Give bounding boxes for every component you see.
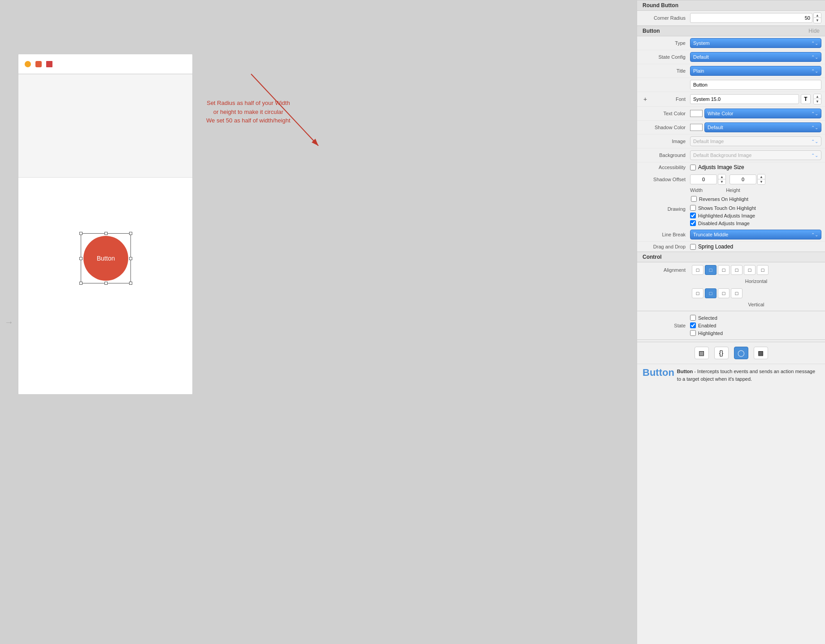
alignment-h-buttons: □ □ □ □ □ □ bbox=[692, 265, 769, 275]
drawing-row: Drawing Shows Touch On Highlight Highlig… bbox=[637, 203, 825, 228]
drag-drop-label: Drag and Drop bbox=[641, 244, 690, 249]
align-top-btn[interactable]: □ bbox=[692, 288, 703, 298]
tab-file[interactable]: ▧ bbox=[695, 347, 709, 359]
button-text-input[interactable] bbox=[690, 80, 821, 90]
accessibility-value: Adjusts Image Size bbox=[690, 164, 744, 170]
stepper-up[interactable]: ▲ bbox=[814, 13, 821, 18]
font-stepper-up[interactable]: ▲ bbox=[814, 94, 821, 99]
handle-bc[interactable] bbox=[104, 282, 108, 285]
handle-br[interactable] bbox=[129, 282, 132, 285]
image-dropdown[interactable]: Default Image ⌃⌄ bbox=[690, 136, 821, 146]
shows-touch-label: Shows Touch On Highlight bbox=[698, 205, 756, 211]
title-value[interactable]: Plain ⌃⌄ bbox=[690, 66, 821, 76]
height-label: Height bbox=[726, 187, 740, 193]
stepper-up[interactable]: ▲ bbox=[718, 174, 725, 179]
type-label: Type bbox=[641, 40, 690, 46]
stepper-down[interactable]: ▼ bbox=[718, 179, 725, 184]
corner-radius-stepper[interactable]: ▲ ▼ bbox=[813, 13, 821, 23]
align-leading-btn[interactable]: □ bbox=[744, 265, 756, 275]
type-dropdown[interactable]: System ⌃⌄ bbox=[690, 38, 821, 48]
state-config-dropdown[interactable]: Default ⌃⌄ bbox=[690, 52, 821, 62]
highlighted-label: Highlighted bbox=[698, 331, 723, 336]
corner-radius-input[interactable]: 50 bbox=[690, 13, 812, 23]
shadow-color-dropdown[interactable]: Default ⌃⌄ bbox=[704, 122, 821, 132]
enabled-label: Enabled bbox=[698, 323, 716, 328]
shadow-w-stepper[interactable]: ▲ ▼ bbox=[718, 174, 726, 185]
highlighted-adjusts-checkbox[interactable] bbox=[690, 213, 696, 218]
hide-link[interactable]: Hide bbox=[808, 28, 820, 34]
handle-tl[interactable] bbox=[79, 232, 82, 235]
font-value-container: T ▲ ▼ bbox=[690, 94, 821, 104]
type-row: Type System ⌃⌄ bbox=[637, 36, 825, 50]
highlighted-checkbox[interactable] bbox=[690, 330, 696, 336]
chevron-icon: ⌃⌄ bbox=[811, 125, 818, 130]
type-value[interactable]: System ⌃⌄ bbox=[690, 38, 821, 48]
stepper-down[interactable]: ▼ bbox=[814, 18, 821, 23]
state-config-row: State Config Default ⌃⌄ bbox=[637, 50, 825, 64]
disabled-adjusts-label: Disabled Adjusts Image bbox=[698, 221, 750, 226]
background-value[interactable]: Default Background Image ⌃⌄ bbox=[690, 150, 821, 160]
handle-mr[interactable] bbox=[129, 257, 132, 260]
button-text-field[interactable] bbox=[690, 80, 821, 90]
shadow-offset-h[interactable] bbox=[729, 174, 756, 184]
chevron-icon: ⌃⌄ bbox=[811, 153, 818, 158]
title-dropdown[interactable]: Plain ⌃⌄ bbox=[690, 66, 821, 76]
shadow-h-stepper[interactable]: ▲ ▼ bbox=[757, 174, 765, 185]
font-t-button[interactable]: T bbox=[801, 94, 811, 104]
font-input[interactable] bbox=[690, 94, 799, 104]
font-row: + Font T ▲ ▼ bbox=[637, 92, 825, 107]
state-config-value[interactable]: Default ⌃⌄ bbox=[690, 52, 821, 62]
handle-ml[interactable] bbox=[79, 257, 82, 260]
shadow-color-label: Shadow Color bbox=[641, 125, 690, 130]
adjusts-image-checkbox[interactable] bbox=[690, 165, 696, 170]
disabled-adjusts-checkbox[interactable] bbox=[690, 220, 696, 226]
background-dropdown[interactable]: Default Background Image ⌃⌄ bbox=[690, 150, 821, 160]
align-bottom-btn[interactable]: □ bbox=[718, 288, 729, 298]
align-right-btn[interactable]: □ bbox=[718, 265, 729, 275]
vertical-label: Vertical bbox=[637, 301, 825, 309]
chevron-icon: ⌃⌄ bbox=[811, 111, 818, 116]
tab-list[interactable]: ▩ bbox=[754, 347, 768, 359]
reverses-checkbox[interactable] bbox=[691, 196, 697, 202]
align-left-btn[interactable]: □ bbox=[692, 265, 703, 275]
font-stepper[interactable]: ▲ ▼ bbox=[813, 94, 821, 104]
shows-touch-checkbox[interactable] bbox=[690, 205, 696, 211]
corner-radius-row: Corner Radius 50 ▲ ▼ bbox=[637, 11, 825, 26]
plus-button[interactable]: + bbox=[641, 96, 650, 103]
font-label: Font bbox=[650, 96, 690, 102]
text-color-dropdown[interactable]: White Color ⌃⌄ bbox=[704, 109, 821, 118]
line-break-value[interactable]: Truncate Middle ⌃⌄ bbox=[690, 230, 821, 239]
handle-tc[interactable] bbox=[104, 232, 108, 235]
stepper-up[interactable]: ▲ bbox=[758, 174, 765, 179]
text-color-swatch[interactable] bbox=[690, 110, 703, 117]
font-stepper-down[interactable]: ▼ bbox=[814, 99, 821, 104]
handle-tr[interactable] bbox=[129, 232, 132, 235]
spring-loaded-checkbox[interactable] bbox=[690, 244, 696, 250]
align-hcenter-btn[interactable]: □ bbox=[705, 265, 716, 275]
image-value[interactable]: Default Image ⌃⌄ bbox=[690, 136, 821, 146]
shadow-color-swatch[interactable] bbox=[690, 124, 703, 131]
align-fill-v-btn[interactable]: □ bbox=[731, 288, 742, 298]
highlighted-item: Highlighted bbox=[690, 330, 723, 336]
selected-checkbox[interactable] bbox=[690, 315, 696, 321]
align-vcenter-btn[interactable]: □ bbox=[705, 288, 716, 298]
handle-bl[interactable] bbox=[79, 282, 82, 285]
align-fill-h-btn[interactable]: □ bbox=[731, 265, 742, 275]
annotation-line1: Set Radius as half of your Width bbox=[206, 99, 291, 108]
tab-code[interactable]: {} bbox=[714, 347, 729, 359]
shadow-offset-w[interactable] bbox=[690, 174, 717, 184]
text-color-value: White Color ⌃⌄ bbox=[690, 109, 821, 118]
line-break-dropdown[interactable]: Truncate Middle ⌃⌄ bbox=[690, 230, 821, 239]
disabled-adjusts-item: Disabled Adjusts Image bbox=[690, 220, 821, 226]
tab-circle[interactable]: ◯ bbox=[734, 347, 748, 359]
corner-radius-value-container: 50 ▲ ▼ bbox=[690, 13, 821, 23]
enabled-checkbox[interactable] bbox=[690, 322, 696, 328]
horizontal-label: Horizontal bbox=[637, 278, 825, 286]
align-trailing-btn[interactable]: □ bbox=[757, 265, 769, 275]
offset-h-group: ▲ ▼ bbox=[729, 174, 765, 185]
toolbar-dot-yellow bbox=[25, 61, 31, 67]
button-container[interactable]: Button bbox=[83, 236, 128, 281]
bottom-tabs: ▧ {} ◯ ▩ bbox=[637, 342, 825, 364]
round-button[interactable]: Button bbox=[83, 236, 128, 281]
stepper-down[interactable]: ▼ bbox=[758, 179, 765, 184]
